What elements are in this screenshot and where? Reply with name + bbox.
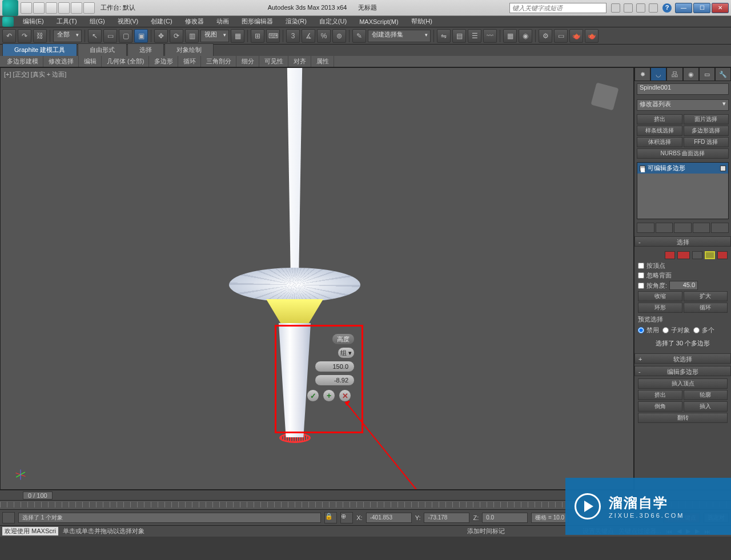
caddy-height-input[interactable]: 150.0 (315, 361, 355, 372)
preview-multi-radio[interactable]: 多个 (693, 326, 714, 335)
layers-icon[interactable]: ☰ (468, 29, 481, 43)
ribbon-panel[interactable]: 可见性 (260, 56, 288, 67)
menu-item[interactable]: 组(G) (84, 16, 111, 27)
flip-button[interactable]: 翻转 (638, 413, 728, 423)
hierarchy-tab-icon[interactable]: 品 (666, 67, 682, 81)
link-icon[interactable] (83, 2, 95, 14)
stack-item-editable-poly[interactable]: ◼ 可编辑多边形 (637, 163, 728, 174)
frame-indicator[interactable]: 0 / 100 (23, 491, 53, 499)
pivot-icon[interactable]: ▦ (231, 29, 244, 43)
menu-item[interactable]: 工具(T) (51, 16, 83, 27)
viewport-label[interactable]: [+] [正交] [真实 + 边面] (4, 70, 66, 79)
modifier-stack[interactable]: ◼ 可编辑多边形 (637, 162, 729, 219)
pin-stack-icon[interactable] (637, 223, 654, 233)
rollout-selection[interactable]: 选择 (634, 236, 731, 247)
viewport[interactable]: [+] [正交] [真实 + 边面] 高度 组 ▾ 150.0 -8.92 ✓ … (0, 67, 634, 490)
ribbon-panel[interactable]: 修改选择 (44, 56, 79, 67)
snap-percent-icon[interactable]: % (317, 29, 331, 43)
scale-icon[interactable]: ▥ (185, 29, 199, 43)
ribbon-panel[interactable]: 属性 (312, 56, 334, 67)
menu-item[interactable]: 自定义(U) (314, 16, 352, 27)
ribbon-panel[interactable]: 循环 (179, 56, 201, 67)
rollout-edit-polygons[interactable]: 编辑多边形 (634, 366, 731, 376)
redo-icon[interactable] (71, 2, 82, 14)
ribbon-panel[interactable]: 几何体 (全部) (102, 56, 149, 67)
edge-mode-icon[interactable] (677, 251, 690, 259)
motion-tab-icon[interactable]: ◉ (683, 67, 699, 81)
ribbon-panel[interactable]: 三角剖分 (202, 56, 236, 67)
select-region-icon[interactable]: ▢ (119, 29, 132, 43)
absolute-mode-icon[interactable]: ⊕ (340, 512, 353, 523)
save-icon[interactable] (46, 2, 57, 14)
inset-button[interactable]: 插入 (684, 401, 728, 412)
display-tab-icon[interactable]: ▭ (699, 67, 715, 81)
new-icon[interactable] (21, 2, 32, 14)
move-icon[interactable]: ✥ (154, 29, 168, 43)
modifier-button-3a[interactable]: 体积选择 (637, 137, 682, 147)
caddy-cancel-button[interactable]: ✕ (339, 389, 351, 402)
by-angle-checkbox[interactable]: 按角度: 45.0 (638, 281, 728, 290)
grow-button[interactable]: 扩大 (684, 291, 728, 301)
select-manipulate-icon[interactable]: ⊞ (251, 29, 264, 43)
mirror-icon[interactable]: ⇋ (437, 29, 451, 43)
curve-editor-icon[interactable]: 〰 (483, 29, 497, 43)
modifier-button-3b[interactable]: FFD 选择 (684, 137, 729, 147)
x-coord[interactable]: -401.853 (366, 513, 412, 523)
menu-item[interactable]: 创建(C) (145, 16, 178, 27)
z-coord[interactable]: 0.0 (482, 513, 528, 523)
minimize-button[interactable]: — (675, 3, 692, 13)
outline-button[interactable]: 轮廓 (684, 390, 728, 400)
object-name-field[interactable]: Spindle001 (637, 83, 729, 95)
search-icon[interactable] (611, 3, 620, 13)
extrude-button[interactable]: 挤出 (638, 390, 682, 400)
ribbon-tab[interactable]: Graphite 建模工具 (2, 43, 77, 56)
undo-icon[interactable] (58, 2, 70, 14)
keyboard-shortcut-icon[interactable]: ⌨ (266, 29, 280, 43)
selection-filter[interactable]: 全部 (53, 30, 82, 42)
caddy-apply-button[interactable]: + (323, 389, 335, 402)
exchange-icon[interactable] (636, 3, 645, 13)
app-menu[interactable] (2, 17, 14, 27)
maxscript-mini-icon[interactable] (2, 512, 15, 523)
ref-coord-dropdown[interactable]: 视图 (200, 30, 229, 42)
snap-angle-icon[interactable]: ∡ (302, 29, 315, 43)
close-button[interactable]: ✕ (712, 3, 729, 13)
stack-toggle-icon[interactable] (720, 166, 726, 171)
modifier-list-dropdown[interactable]: 修改器列表 ▾ (637, 99, 729, 111)
render-icon[interactable]: 🫖 (569, 29, 583, 43)
ring-button[interactable]: 环形 (638, 303, 682, 313)
menu-item[interactable]: 修改器 (179, 16, 210, 27)
ribbon-panel[interactable]: 对齐 (289, 56, 311, 67)
bevel-button[interactable]: 倒角 (638, 401, 682, 412)
preview-off-radio[interactable]: 禁用 (638, 326, 659, 335)
modifier-button-1a[interactable]: 挤出 (637, 114, 682, 124)
ribbon-tab[interactable]: 自由形式 (78, 43, 127, 56)
render-frame-icon[interactable]: ▭ (554, 29, 568, 43)
create-tab-icon[interactable]: ✸ (634, 67, 650, 81)
rollout-soft-selection[interactable]: 软选择 (634, 353, 731, 364)
named-selection-dropdown[interactable]: 创建选择集 (368, 30, 431, 42)
caddy-group-dropdown[interactable]: 组 ▾ (338, 347, 355, 358)
insert-vertex-button[interactable]: 插入顶点 (638, 378, 728, 389)
rotate-icon[interactable]: ⟳ (170, 29, 183, 43)
redo-tool-icon[interactable]: ↷ (18, 29, 31, 43)
menu-item[interactable]: 编辑(E) (17, 16, 50, 27)
snap-3d-icon[interactable]: 3 (286, 29, 300, 43)
menu-item[interactable]: 渲染(R) (280, 16, 312, 27)
select-name-icon[interactable]: ▭ (103, 29, 117, 43)
remove-modifier-icon[interactable] (693, 223, 710, 233)
window-crossing-icon[interactable]: ▣ (134, 29, 148, 43)
ribbon-panel[interactable]: 细分 (237, 56, 259, 67)
y-coord[interactable]: -73.178 (424, 513, 469, 523)
ignore-backfacing-checkbox[interactable]: 忽略背面 (638, 271, 728, 280)
ribbon-tab[interactable]: 选择 (127, 43, 164, 56)
vertex-mode-icon[interactable] (665, 251, 675, 259)
maximize-button[interactable]: ☐ (693, 3, 710, 13)
stack-expand-icon[interactable]: ◼ (640, 166, 645, 171)
utilities-tab-icon[interactable]: 🔧 (715, 67, 731, 81)
material-editor-icon[interactable]: ◉ (519, 29, 532, 43)
select-icon[interactable]: ↖ (88, 29, 102, 43)
border-mode-icon[interactable] (692, 251, 702, 259)
link-tool-icon[interactable]: ⛓ (33, 29, 47, 43)
angle-spinner[interactable]: 45.0 (669, 281, 698, 290)
